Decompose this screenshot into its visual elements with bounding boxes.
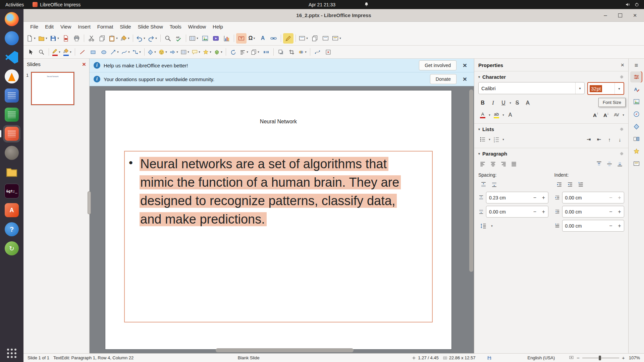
zoom-out-button[interactable]: −: [577, 355, 580, 361]
increment-button[interactable]: +: [539, 209, 548, 215]
slides-panel-close-button[interactable]: ×: [82, 61, 86, 67]
activities-button[interactable]: Activities: [0, 2, 29, 7]
align-vertical-center-button[interactable]: [604, 159, 614, 169]
lists-more-options-icon[interactable]: [619, 127, 624, 132]
dock-item-vscode[interactable]: [3, 49, 20, 66]
new-slide-button[interactable]: ▾: [298, 33, 309, 44]
notification-bell-icon[interactable]: [364, 2, 369, 8]
underline-button[interactable]: U: [498, 98, 508, 108]
find-replace-button[interactable]: [163, 33, 173, 44]
distribute-button[interactable]: [261, 47, 271, 57]
switch-indent-button[interactable]: [576, 179, 586, 189]
insert-text-box-button[interactable]: [236, 33, 247, 44]
image-filter-button[interactable]: ▾: [297, 47, 308, 57]
zoom-in-button[interactable]: +: [622, 355, 625, 361]
slide-thumbnail[interactable]: Neural Network: [31, 72, 74, 105]
insert-media-button[interactable]: [211, 33, 221, 44]
tab-slide-transition[interactable]: [630, 133, 642, 144]
character-section-header[interactable]: ▾ Character: [474, 71, 628, 81]
paragraph-section-header[interactable]: ▾ Paragraph: [474, 148, 628, 158]
document-modified-status[interactable]: [487, 356, 492, 360]
vertical-scrollbar[interactable]: [469, 87, 473, 347]
tab-styles[interactable]: [630, 84, 642, 95]
tab-gallery[interactable]: [630, 96, 642, 107]
decrement-button[interactable]: −: [531, 209, 539, 215]
align-left-button[interactable]: [478, 159, 488, 169]
paste-button[interactable]: ▾: [108, 33, 119, 44]
menu-slide-show[interactable]: Slide Show: [135, 23, 166, 31]
increment-button[interactable]: +: [615, 223, 624, 229]
menu-tools[interactable]: Tools: [166, 23, 185, 31]
decrease-font-size-button[interactable]: A↓: [601, 110, 611, 120]
glue-points-button[interactable]: [323, 47, 333, 57]
highlighting-dropdown-arrow[interactable]: ▾: [502, 113, 505, 117]
after-text-indent-field[interactable]: 0.00 cm − +: [562, 206, 625, 218]
rectangle-button[interactable]: [88, 47, 98, 57]
connectors-button[interactable]: ▾: [131, 47, 142, 57]
rotate-button[interactable]: [228, 47, 238, 57]
tab-shapes[interactable]: [630, 121, 642, 132]
crop-button[interactable]: [286, 47, 297, 57]
decrement-button[interactable]: −: [606, 209, 615, 215]
font-size-combobox[interactable]: 32pt ▾ Font Size: [587, 82, 624, 95]
minimize-button[interactable]: –: [602, 12, 608, 18]
menu-edit[interactable]: Edit: [42, 23, 57, 31]
sidebar-settings-icon[interactable]: ≡: [635, 61, 638, 70]
increase-font-size-button[interactable]: A↑: [591, 110, 601, 120]
menu-insert[interactable]: Insert: [74, 23, 94, 31]
banner-close-icon[interactable]: ×: [460, 61, 470, 69]
decrement-button[interactable]: −: [606, 223, 615, 229]
edit-points-button[interactable]: [312, 47, 323, 57]
duplicate-slide-button[interactable]: [310, 33, 320, 44]
arrange-button[interactable]: ▾: [250, 47, 261, 57]
shadow-text-button[interactable]: A: [523, 98, 533, 108]
unordered-list-dropdown-arrow[interactable]: ▾: [488, 138, 491, 141]
below-paragraph-spacing-field[interactable]: 0.00 cm − +: [486, 206, 548, 218]
show-applications-button[interactable]: [7, 349, 16, 360]
insert-table-button[interactable]: ▾: [188, 33, 200, 44]
tab-properties[interactable]: [630, 71, 642, 82]
ordered-list-button[interactable]: [491, 134, 501, 144]
show-draw-functions-button[interactable]: [283, 33, 293, 44]
insert-line-button[interactable]: [77, 47, 88, 57]
cut-button[interactable]: [86, 33, 97, 44]
paragraph-more-options-icon[interactable]: [619, 151, 624, 156]
basic-shapes-button[interactable]: ▾: [147, 47, 157, 57]
insert-image-button[interactable]: [200, 33, 210, 44]
lists-section-header[interactable]: ▾ Lists: [474, 124, 628, 133]
dock-item-thunderbird[interactable]: [3, 29, 20, 47]
horizontal-scrollbar[interactable]: [93, 348, 465, 352]
character-more-options-icon[interactable]: [619, 74, 624, 79]
promote-button[interactable]: ⇤: [594, 134, 604, 144]
slide-body-text[interactable]: Neural networks are a set of algorithms …: [140, 152, 432, 229]
dock-item-help[interactable]: ?: [3, 221, 20, 238]
slide-canvas[interactable]: Neural Network • Neural networks are a s…: [105, 90, 452, 350]
dock-item-ubuntu-software[interactable]: A: [3, 201, 20, 219]
strikethrough-button[interactable]: S: [512, 98, 522, 108]
highlighting-color-button[interactable]: ab: [491, 110, 501, 120]
tab-animation[interactable]: [630, 146, 642, 157]
move-up-button[interactable]: ↑: [604, 134, 614, 144]
increment-button[interactable]: +: [615, 209, 624, 215]
flowchart-button[interactable]: ▾: [180, 47, 191, 57]
properties-close-button[interactable]: ×: [621, 62, 624, 69]
banner-close-icon[interactable]: ×: [460, 75, 470, 83]
line-spacing-dropdown-arrow[interactable]: ▾: [490, 224, 493, 228]
character-effects-button[interactable]: A: [505, 110, 515, 120]
increase-indent-button[interactable]: [554, 179, 565, 189]
italic-button[interactable]: I: [488, 98, 498, 108]
content-text-box[interactable]: • Neural networks are a set of algorithm…: [124, 151, 433, 322]
fill-color-button[interactable]: ▾: [62, 47, 73, 57]
slide-layout-button[interactable]: ▾: [331, 33, 342, 44]
increment-button[interactable]: +: [539, 195, 548, 201]
block-arrows-button[interactable]: ▾: [169, 47, 179, 57]
zoom-level-status[interactable]: 107%: [629, 355, 640, 360]
zoom-slider-handle[interactable]: [599, 356, 601, 360]
ordered-list-dropdown-arrow[interactable]: ▾: [502, 138, 505, 141]
align-center-button[interactable]: [488, 159, 498, 169]
ellipse-button[interactable]: [99, 47, 109, 57]
shadow-button[interactable]: [276, 47, 286, 57]
align-top-button[interactable]: [594, 159, 604, 169]
character-spacing-button[interactable]: AV: [611, 110, 622, 120]
fontwork-button[interactable]: A: [258, 33, 268, 44]
